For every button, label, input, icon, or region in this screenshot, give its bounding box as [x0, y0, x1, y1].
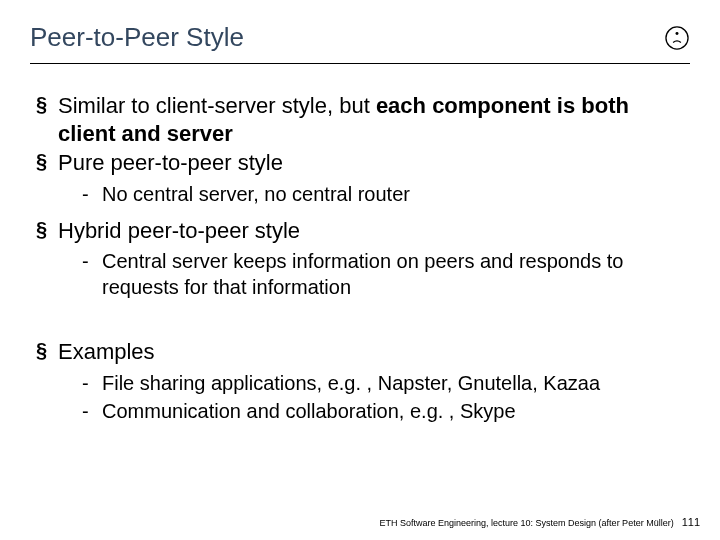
svg-point-0	[666, 26, 688, 48]
bullet-text: Examples	[58, 339, 155, 364]
slide: Peer-to-Peer Style Similar to client-ser…	[0, 0, 720, 540]
bullet-item: Hybrid peer-to-peer style Central server…	[34, 217, 690, 301]
bullet-item: Pure peer-to-peer style No central serve…	[34, 149, 690, 207]
bullet-text: Hybrid peer-to-peer style	[58, 218, 300, 243]
slide-footer: ETH Software Engineering, lecture 10: Sy…	[380, 516, 700, 528]
bullet-list: Similar to client-server style, but each…	[34, 92, 690, 300]
bullet-list: Examples File sharing applications, e.g.…	[34, 338, 690, 424]
svg-point-1	[676, 31, 679, 34]
slide-content: Similar to client-server style, but each…	[30, 92, 690, 424]
bullet-item: Examples File sharing applications, e.g.…	[34, 338, 690, 424]
footer-text: ETH Software Engineering, lecture 10: Sy…	[380, 518, 674, 528]
page-number: 111	[682, 516, 700, 528]
slide-title: Peer-to-Peer Style	[30, 22, 244, 53]
bullet-text: Similar to client-server style, but	[58, 93, 376, 118]
sub-item: Central server keeps information on peer…	[58, 248, 690, 300]
bullet-text: Pure peer-to-peer style	[58, 150, 283, 175]
sub-item: File sharing applications, e.g. , Napste…	[58, 370, 690, 396]
logo-icon	[664, 25, 690, 51]
sub-item: No central server, no central router	[58, 181, 690, 207]
sub-list: No central server, no central router	[58, 181, 690, 207]
slide-header: Peer-to-Peer Style	[30, 22, 690, 64]
sub-item: Communication and collaboration, e.g. , …	[58, 398, 690, 424]
spacer	[34, 310, 690, 338]
bullet-item: Similar to client-server style, but each…	[34, 92, 690, 147]
sub-list: File sharing applications, e.g. , Napste…	[58, 370, 690, 424]
sub-list: Central server keeps information on peer…	[58, 248, 690, 300]
